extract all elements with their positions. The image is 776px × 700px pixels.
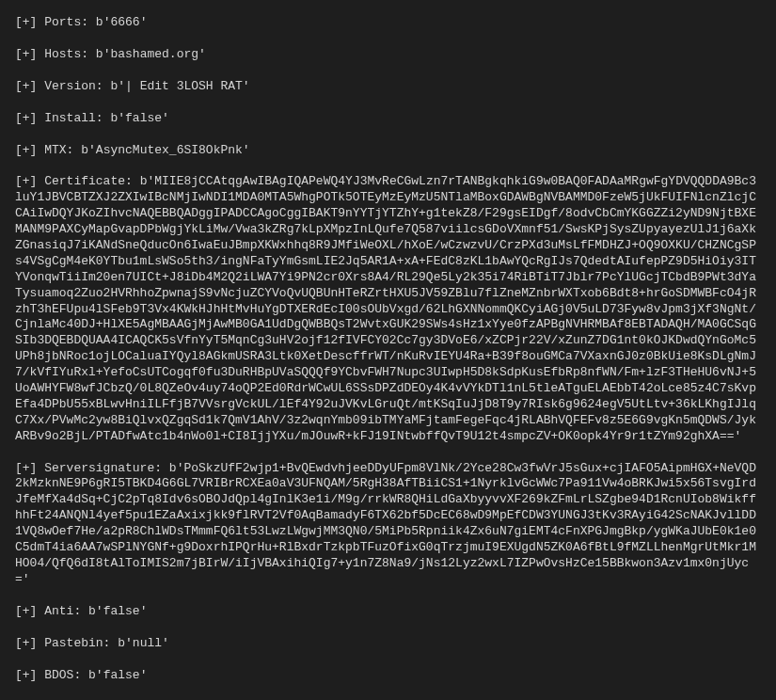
console-output: [+] Ports: b'6666'[+] Hosts: b'bashamed.…: [15, 15, 761, 700]
entry-value: b'AsyncMutex_6SI8OkPnk': [81, 143, 249, 157]
entry-value: b'false': [88, 668, 147, 682]
entry-label: [+] Certificate:: [15, 174, 133, 188]
entry-value: b'bashamed.org': [96, 47, 206, 61]
entry-value: b'6666': [96, 15, 148, 29]
entry-label: [+] Ports:: [15, 15, 88, 29]
entry-value: b'false': [88, 604, 147, 618]
entry-value: b'false': [110, 111, 168, 125]
entry-label: [+] Pastebin:: [15, 636, 110, 650]
output-line: [+] Install: b'false': [15, 111, 761, 127]
entry-label: [+] Version:: [15, 79, 103, 93]
entry-value: b'MIIE8jCCAtqgAwIBAgIQAPeWQ4YJ3MvReCGwLz…: [15, 174, 756, 442]
output-line: [+] Hosts: b'bashamed.org': [15, 47, 761, 63]
entry-label: [+] BDOS:: [15, 668, 81, 682]
entry-value: b'| Edit 3LOSH RAT': [110, 79, 249, 93]
output-line: [+] Version: b'| Edit 3LOSH RAT': [15, 79, 761, 95]
output-line: [+] Ports: b'6666': [15, 15, 761, 31]
output-line: [+] Pastebin: b'null': [15, 636, 761, 652]
output-line: [+] MTX: b'AsyncMutex_6SI8OkPnk': [15, 143, 761, 159]
output-line: [+] BDOS: b'false': [15, 668, 761, 684]
entry-value: b'null': [118, 636, 169, 650]
entry-value: b'PoSkzUfF2wjp1+BvQEwdvhjeeDDyUFpm8VlNk/…: [15, 461, 756, 586]
entry-label: [+] Hosts:: [15, 47, 88, 61]
entry-label: [+] Serversignature:: [15, 461, 162, 475]
entry-label: [+] Anti:: [15, 604, 81, 618]
entry-label: [+] Install:: [15, 111, 103, 125]
entry-label: [+] MTX:: [15, 143, 73, 157]
output-line: [+] Anti: b'false': [15, 604, 761, 620]
output-line: [+] Serversignature: b'PoSkzUfF2wjp1+BvQ…: [15, 461, 761, 588]
output-line: [+] Certificate: b'MIIE8jCCAtqgAwIBAgIQA…: [15, 174, 761, 444]
